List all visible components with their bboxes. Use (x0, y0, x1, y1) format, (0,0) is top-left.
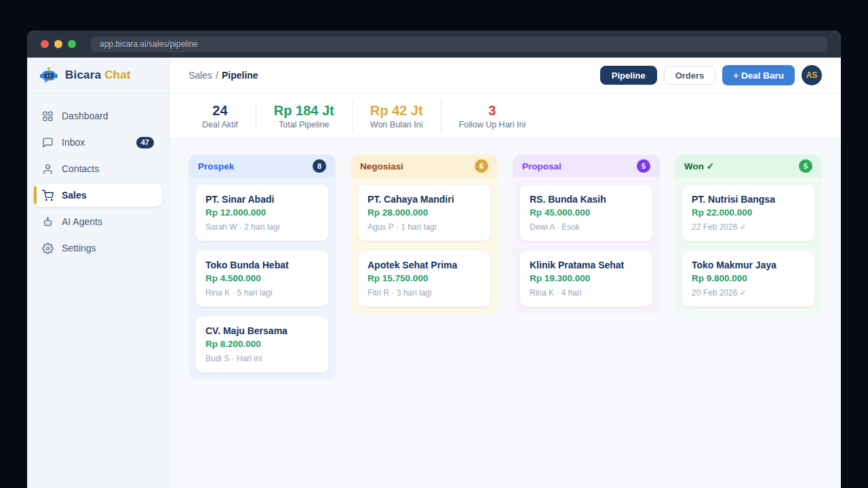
url-bar[interactable]: app.bicara.ai/sales/pipeline (91, 37, 827, 52)
brand-accent: Chat (104, 68, 131, 81)
deal-value: Rp 28.000.000 (368, 207, 481, 218)
person-icon (42, 163, 54, 175)
browser-window: app.bicara.ai/sales/pipeline (27, 30, 841, 488)
stat-value: 24 (202, 103, 238, 119)
column-title: Negosiasi (360, 161, 403, 171)
logo-row: Bicara Chat (27, 58, 169, 94)
deal-card[interactable]: Klinik Pratama Sehat Rp 19.300.000 Rina … (519, 250, 653, 307)
deal-card[interactable]: PT. Cahaya Mandiri Rp 28.000.000 Agus P … (357, 184, 491, 241)
breadcrumb-separator: / (216, 70, 218, 81)
sidebar-item-dashboard[interactable]: Dashboard (34, 104, 162, 127)
minimize-window-button[interactable] (54, 40, 62, 48)
column-header: Proposal 5 (513, 155, 660, 178)
deal-meta: Fitri R · 3 hari lagi (368, 288, 481, 298)
column-count-badge: 5 (637, 159, 650, 173)
deal-meta: Rina K · 5 hari lagi (205, 288, 319, 298)
brand-name: Bicara Chat (65, 68, 131, 82)
deal-name: Klinik Pratama Sehat (530, 260, 643, 270)
stat-value: Rp 184 Jt (274, 103, 334, 119)
deal-meta: Agus P · 1 hari lagi (368, 222, 481, 232)
sidebar-item-label: Inbox (62, 137, 85, 148)
deal-value: Rp 19.300.000 (530, 273, 643, 283)
deal-card[interactable]: PT. Nutrisi Bangsa Rp 22.000.000 22 Feb … (682, 184, 815, 241)
stat-won-bulan-ini: Rp 42 Jt Won Bulan Ini (353, 100, 441, 132)
sidebar-item-contacts[interactable]: Contacts (34, 157, 162, 180)
header-actions: Pipeline Orders + Deal Baru AS (600, 65, 822, 85)
maximize-window-button[interactable] (68, 40, 76, 48)
sidebar-item-label: Dashboard (62, 110, 108, 121)
deal-value: Rp 22.000.000 (692, 207, 805, 218)
sidebar: Bicara Chat Dashboard Inbox 47 Contacts (27, 58, 170, 488)
sidebar-item-settings[interactable]: Settings (34, 237, 162, 260)
url-text: app.bicara.ai/sales/pipeline (100, 39, 198, 49)
deal-name: Toko Makmur Jaya (692, 260, 805, 270)
deal-value: Rp 8.200.000 (205, 339, 319, 349)
sidebar-item-label: Settings (62, 243, 96, 253)
stat-label: Follow Up Hari Ini (459, 120, 526, 129)
deal-name: Toko Bunda Hebat (205, 260, 319, 270)
column-body: PT. Sinar Abadi Rp 12.000.000 Sarah W · … (189, 178, 336, 380)
breadcrumb-section[interactable]: Sales (189, 70, 212, 81)
stats-bar: 24 Deal Aktif Rp 184 Jt Total Pipeline R… (170, 94, 841, 139)
breadcrumb: Sales/Pipeline (189, 70, 258, 81)
column-prospek: Prospek 8 PT. Sinar Abadi Rp 12.000.000 … (189, 155, 336, 380)
deal-value: Rp 9.800.000 (692, 273, 805, 283)
shopping-cart-icon (42, 190, 54, 201)
column-body: PT. Cahaya Mandiri Rp 28.000.000 Agus P … (351, 178, 498, 314)
column-won: Won ✓ 5 PT. Nutrisi Bangsa Rp 22.000.000… (675, 155, 822, 314)
pipeline-board: Prospek 8 PT. Sinar Abadi Rp 12.000.000 … (170, 139, 841, 488)
deal-name: CV. Maju Bersama (205, 325, 319, 336)
deal-value: Rp 4.500.000 (205, 273, 319, 283)
deal-meta: Budi S · Hari ini (205, 354, 319, 363)
stat-value: Rp 42 Jt (370, 103, 423, 119)
column-negosiasi: Negosiasi 6 PT. Cahaya Mandiri Rp 28.000… (351, 155, 498, 314)
browser-titlebar: app.bicara.ai/sales/pipeline (27, 30, 841, 58)
stat-label: Deal Aktif (202, 120, 238, 129)
deal-value: Rp 15.750.000 (368, 273, 481, 283)
sidebar-item-label: AI Agents (62, 216, 102, 227)
column-header: Negosiasi 6 (351, 155, 498, 178)
deal-name: Apotek Sehat Prima (368, 260, 481, 270)
column-count-badge: 6 (475, 159, 488, 173)
gear-icon (42, 243, 54, 254)
sidebar-item-label: Contacts (62, 163, 99, 174)
stat-total-pipeline: Rp 184 Jt Total Pipeline (256, 100, 353, 132)
deal-meta: 20 Feb 2026 ✓ (692, 288, 805, 298)
deal-name: PT. Nutrisi Bangsa (692, 194, 805, 205)
sidebar-item-inbox[interactable]: Inbox 47 (34, 131, 162, 154)
pipeline-tab-button[interactable]: Pipeline (600, 66, 657, 85)
deal-meta: Rina K · 4 hari (530, 288, 643, 298)
page-title: Pipeline (222, 70, 258, 81)
robot-icon (42, 216, 54, 228)
stat-follow-up: 3 Follow Up Hari Ini (441, 100, 544, 132)
deal-card[interactable]: CV. Maju Bersama Rp 8.200.000 Budi S · H… (195, 316, 329, 373)
stat-value: 3 (459, 103, 526, 119)
page-header: Sales/Pipeline Pipeline Orders + Deal Ba… (170, 58, 841, 94)
bicara-chat-logo-icon (39, 66, 58, 85)
sidebar-item-ai-agents[interactable]: AI Agents (34, 210, 162, 233)
close-window-button[interactable] (41, 40, 49, 48)
column-body: RS. Bunda Kasih Rp 45.000.000 Dewi A · E… (513, 178, 660, 314)
deal-card[interactable]: Apotek Sehat Prima Rp 15.750.000 Fitri R… (357, 250, 491, 307)
column-title: Proposal (522, 161, 561, 171)
orders-tab-button[interactable]: Orders (664, 66, 716, 85)
deal-card[interactable]: Toko Bunda Hebat Rp 4.500.000 Rina K · 5… (195, 250, 329, 307)
main-area: Sales/Pipeline Pipeline Orders + Deal Ba… (170, 58, 841, 488)
deal-card[interactable]: PT. Sinar Abadi Rp 12.000.000 Sarah W · … (195, 184, 329, 241)
deal-card[interactable]: Toko Makmur Jaya Rp 9.800.000 20 Feb 202… (682, 250, 815, 307)
sidebar-item-sales[interactable]: Sales (34, 184, 162, 207)
column-header: Won ✓ 5 (675, 155, 822, 178)
user-avatar[interactable]: AS (802, 65, 822, 85)
column-body: PT. Nutrisi Bangsa Rp 22.000.000 22 Feb … (675, 178, 822, 314)
deal-meta: Sarah W · 2 hari lagi (205, 222, 319, 232)
stat-label: Won Bulan Ini (370, 120, 423, 129)
stat-deal-aktif: 24 Deal Aktif (184, 100, 256, 132)
deal-card[interactable]: RS. Bunda Kasih Rp 45.000.000 Dewi A · E… (519, 184, 653, 241)
column-title: Won ✓ (684, 161, 714, 171)
desktop-background: app.bicara.ai/sales/pipeline (0, 0, 868, 488)
new-deal-button[interactable]: + Deal Baru (722, 65, 795, 85)
sidebar-nav: Dashboard Inbox 47 Contacts Sales (27, 94, 169, 270)
deal-name: PT. Cahaya Mandiri (368, 194, 481, 205)
deal-name: RS. Bunda Kasih (530, 194, 643, 205)
column-header: Prospek 8 (189, 155, 336, 178)
